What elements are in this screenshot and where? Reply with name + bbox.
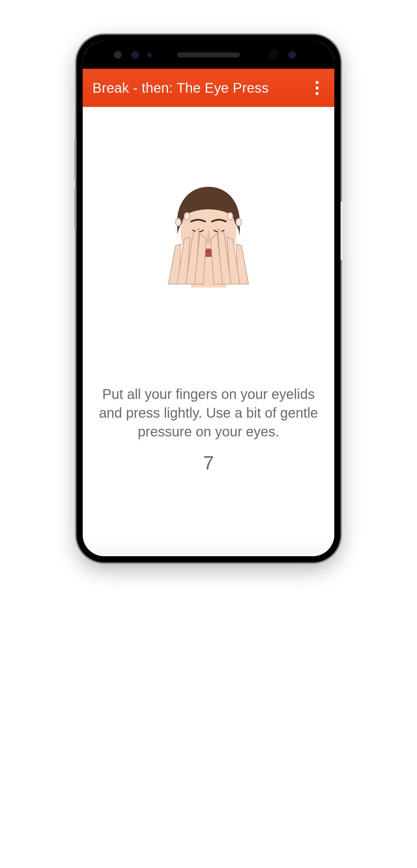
countdown-timer: 7 — [203, 451, 214, 474]
svg-point-4 — [184, 212, 190, 220]
more-vertical-icon — [316, 86, 319, 90]
sensor-dot — [114, 51, 122, 59]
exercise-content: Put all your fingers on your eyelids and… — [83, 107, 334, 556]
earpiece-speaker — [177, 52, 240, 57]
svg-point-6 — [227, 212, 233, 220]
sensor-dot — [147, 52, 152, 57]
app-bar: Break - then: The Eye Press — [83, 69, 334, 107]
sensor-bar — [83, 41, 334, 69]
front-camera — [268, 49, 279, 60]
overflow-menu-button[interactable] — [309, 80, 325, 95]
sensor-dot — [131, 51, 139, 59]
volume-down-button — [74, 187, 76, 229]
sensor-dot — [288, 51, 296, 59]
exercise-instruction: Put all your fingers on your eyelids and… — [97, 385, 320, 441]
svg-point-5 — [236, 218, 242, 226]
eye-press-illustration — [158, 183, 259, 287]
svg-point-3 — [175, 218, 181, 226]
phone-frame: Break - then: The Eye Press — [76, 35, 341, 562]
volume-up-button — [74, 139, 76, 181]
more-vertical-icon — [316, 81, 319, 84]
phone-screen: Break - then: The Eye Press — [83, 41, 334, 556]
app-bar-title: Break - then: The Eye Press — [92, 80, 269, 96]
more-vertical-icon — [316, 92, 319, 95]
power-button — [341, 201, 343, 260]
